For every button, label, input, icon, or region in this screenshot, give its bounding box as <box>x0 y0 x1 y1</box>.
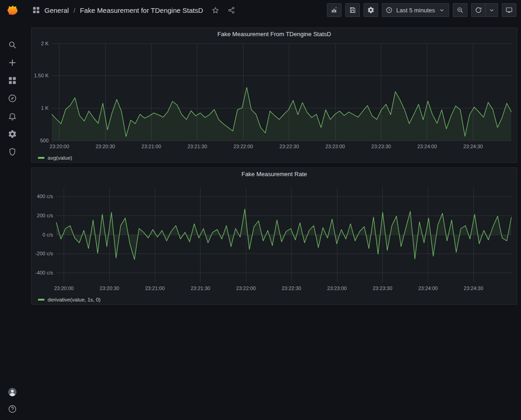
time-range-label: Last 5 minutes <box>396 7 435 14</box>
sidebar-item-alerting[interactable] <box>4 111 21 122</box>
svg-text:23:21:00: 23:21:00 <box>145 285 165 291</box>
svg-text:23:24:30: 23:24:30 <box>463 144 483 149</box>
sidebar-item-explore[interactable] <box>4 93 21 104</box>
add-panel-icon <box>331 6 338 14</box>
refresh-button[interactable] <box>471 3 486 17</box>
content-area: General / Fake Measurement for TDengine … <box>25 0 521 420</box>
panel-fake-measurement-rate: Fake Measurement Rate -400 c/s-200 c/s0 … <box>31 167 517 305</box>
svg-text:23:23:30: 23:23:30 <box>373 285 392 291</box>
svg-text:500: 500 <box>40 138 49 143</box>
svg-text:23:20:00: 23:20:00 <box>54 285 74 291</box>
timeseries-plot-fake-measurement-rate[interactable]: -400 c/s-200 c/s0 c/s200 c/s400 c/s23:20… <box>32 180 517 295</box>
legend-series-swatch <box>38 157 44 159</box>
legend-series-label[interactable]: avg(value) <box>48 155 72 161</box>
breadcrumb-folder[interactable]: General <box>44 6 69 14</box>
kiosk-mode-button[interactable] <box>502 3 516 17</box>
star-icon <box>212 6 219 14</box>
grafana-logo-icon <box>5 5 19 18</box>
svg-text:23:24:30: 23:24:30 <box>464 285 483 291</box>
svg-text:23:21:30: 23:21:30 <box>190 285 210 291</box>
refresh-icon <box>475 6 482 14</box>
time-range-picker[interactable]: Last 5 minutes <box>382 3 449 17</box>
panel-title[interactable]: Fake Measurement From TDengine StatsD <box>32 28 517 40</box>
sidebar-item-configuration[interactable] <box>4 129 21 140</box>
sidebar <box>0 0 25 420</box>
share-button[interactable] <box>228 6 235 14</box>
sidebar-nav <box>4 39 21 157</box>
dashboard-toolbar: Last 5 minutes <box>327 3 516 17</box>
dashboard-header: General / Fake Measurement for TDengine … <box>25 0 521 20</box>
breadcrumb-separator: / <box>73 6 76 14</box>
zoom-out-time-button[interactable] <box>453 3 467 17</box>
help-circle-icon <box>8 404 17 414</box>
save-icon <box>349 6 356 14</box>
svg-text:23:22:30: 23:22:30 <box>282 285 301 291</box>
gear-icon <box>367 6 374 14</box>
save-dashboard-button[interactable] <box>345 3 360 17</box>
svg-text:23:20:30: 23:20:30 <box>100 285 119 291</box>
sidebar-bottom <box>4 387 21 415</box>
star-button[interactable] <box>212 6 219 14</box>
svg-text:23:22:00: 23:22:00 <box>236 285 256 291</box>
monitor-icon <box>505 6 513 14</box>
sidebar-item-create[interactable] <box>4 57 21 68</box>
chevron-down-icon <box>488 6 495 14</box>
help-button[interactable] <box>4 404 21 415</box>
plus-icon <box>8 58 17 67</box>
refresh-split-button <box>471 3 498 17</box>
panel-legend: avg(value) <box>32 153 517 164</box>
dashboards-grid-icon[interactable] <box>32 6 40 14</box>
refresh-interval-dropdown[interactable] <box>486 3 498 17</box>
chevron-down-icon <box>438 6 445 14</box>
svg-text:23:22:30: 23:22:30 <box>279 144 299 149</box>
grafana-app: General / Fake Measurement for TDengine … <box>0 0 521 420</box>
svg-text:23:22:00: 23:22:00 <box>233 144 253 149</box>
svg-text:23:20:30: 23:20:30 <box>96 144 115 149</box>
svg-text:-200 c/s: -200 c/s <box>35 251 54 256</box>
svg-text:23:24:00: 23:24:00 <box>418 285 438 291</box>
panel-title[interactable]: Fake Measurement Rate <box>32 168 517 180</box>
shield-icon <box>8 147 17 156</box>
avatar-icon <box>8 388 17 397</box>
explore-compass-icon <box>8 94 17 103</box>
configuration-gear-icon <box>8 129 17 139</box>
sidebar-item-search[interactable] <box>4 39 21 50</box>
share-icon <box>228 6 235 14</box>
svg-text:23:21:30: 23:21:30 <box>187 144 207 149</box>
svg-text:23:23:30: 23:23:30 <box>371 144 391 149</box>
search-icon <box>8 40 17 49</box>
sidebar-item-dashboards[interactable] <box>4 75 21 86</box>
dashboard-settings-button[interactable] <box>364 3 378 17</box>
add-panel-button[interactable] <box>327 3 342 17</box>
panel-legend: derivative(value, 1s, 0) <box>32 295 517 306</box>
dashboard-grid: Fake Measurement From TDengine StatsD 50… <box>25 20 521 420</box>
svg-text:0 c/s: 0 c/s <box>43 232 54 237</box>
svg-text:1 K: 1 K <box>41 105 49 111</box>
breadcrumb: General / Fake Measurement for TDengine … <box>32 6 203 14</box>
sidebar-item-server-admin[interactable] <box>4 146 21 157</box>
zoom-out-icon <box>456 6 464 14</box>
svg-text:200 c/s: 200 c/s <box>37 213 54 218</box>
clock-icon <box>385 6 393 14</box>
legend-series-label[interactable]: derivative(value, 1s, 0) <box>48 297 101 302</box>
svg-text:23:21:00: 23:21:00 <box>141 144 161 149</box>
svg-text:23:23:00: 23:23:00 <box>327 285 347 291</box>
svg-text:23:24:00: 23:24:00 <box>417 144 437 149</box>
panel-fake-measurement: Fake Measurement From TDengine StatsD 50… <box>31 27 517 163</box>
svg-text:23:23:00: 23:23:00 <box>326 144 345 149</box>
breadcrumb-dashboard-title[interactable]: Fake Measurement for TDengine StatsD <box>80 6 203 14</box>
user-avatar[interactable] <box>4 387 21 398</box>
timeseries-plot-fake-measurement[interactable]: 5001 K1.50 K2 K23:20:0023:20:3023:21:002… <box>32 40 517 153</box>
dashboards-grid-icon <box>8 76 17 85</box>
svg-text:1.50 K: 1.50 K <box>34 73 49 78</box>
legend-series-swatch <box>38 299 44 301</box>
svg-text:2 K: 2 K <box>41 41 49 46</box>
alerting-bell-icon <box>8 112 17 121</box>
grafana-logo[interactable] <box>5 4 20 19</box>
svg-text:-400 c/s: -400 c/s <box>35 270 54 275</box>
svg-text:23:20:00: 23:20:00 <box>49 144 69 149</box>
svg-text:400 c/s: 400 c/s <box>37 194 54 199</box>
